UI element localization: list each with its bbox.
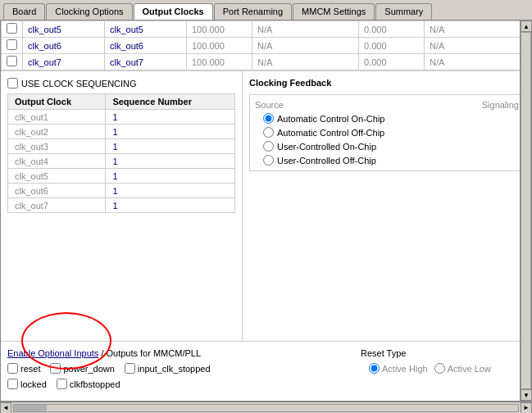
- right-panel: Clocking Feedback Source Signaling Autom…: [243, 71, 531, 341]
- row-name: clk_out7: [23, 54, 105, 70]
- row-na1: N/A: [252, 21, 359, 38]
- reset-option-active-high[interactable]: Active High: [369, 363, 428, 374]
- signaling-label: Signaling: [482, 100, 519, 110]
- row-port: clk_out7: [105, 54, 187, 70]
- clocking-feedback-title: Clocking Feedback: [249, 78, 525, 88]
- checkbox-label-locked: locked: [20, 379, 47, 389]
- vscroll-up-btn[interactable]: ▲: [521, 20, 532, 32]
- seq-row: clk_out4 1: [8, 154, 235, 169]
- seq-row: clk_out2 1: [8, 125, 235, 139]
- main-container: BoardClocking OptionsOutput ClocksPort R…: [0, 0, 532, 413]
- scroll-left-btn[interactable]: ◄: [0, 402, 11, 414]
- row-na2: N/A: [425, 38, 531, 54]
- seq-number: 1: [106, 110, 235, 125]
- feedback-radio-user-on-chip[interactable]: [263, 141, 274, 152]
- reset-type: Reset Type Active High Active Low: [361, 348, 525, 394]
- reset-radio-active-high[interactable]: [369, 363, 380, 374]
- feedback-label-auto-on-chip: Automatic Control On-Chip: [277, 114, 384, 124]
- checkbox-locked[interactable]: [7, 379, 18, 389]
- seq-number: 1: [106, 125, 235, 139]
- left-panel: USE CLOCK SEQUENCING Output Clock Sequen…: [1, 71, 243, 341]
- seq-table-container: Output Clock Sequence Number clk_out1 1 …: [7, 93, 235, 334]
- checkbox-item-input-clk-stopped[interactable]: input_clk_stopped: [125, 363, 211, 374]
- scroll-right-btn[interactable]: ►: [521, 402, 532, 414]
- seq-row: clk_out5 1: [8, 169, 235, 184]
- checkboxes-row1: reset power_down input_clk_stopped: [7, 363, 352, 374]
- feedback-label-user-off-chip: User-Controlled Off-Chip: [277, 156, 376, 166]
- checkbox-item-reset[interactable]: reset: [7, 363, 40, 374]
- row-port: clk_out5: [105, 21, 187, 38]
- reset-label-active-high: Active High: [382, 364, 428, 374]
- tab-output-clocks[interactable]: Output Clocks: [134, 3, 213, 20]
- seq-row: clk_out3 1: [8, 139, 235, 154]
- feedback-option-auto-on-chip[interactable]: Automatic Control On-Chip: [263, 113, 519, 124]
- seq-clock-name: clk_out3: [8, 139, 106, 154]
- optional-inputs: Enable Optional Inputs / Outputs for MMC…: [7, 348, 352, 394]
- seq-clock-name: clk_out7: [8, 198, 106, 213]
- use-clock-sequencing: USE CLOCK SEQUENCING: [7, 78, 235, 88]
- scrollbar-track: [13, 404, 519, 412]
- feedback-radio-user-off-chip[interactable]: [263, 155, 274, 166]
- checkbox-clkfbstopped[interactable]: [57, 379, 67, 389]
- reset-option-active-low[interactable]: Active Low: [434, 363, 491, 374]
- content-area: clk_out5 clk_out5 100.000 N/A 0.000 N/A …: [0, 20, 532, 402]
- feedback-radio-auto-off-chip[interactable]: [263, 127, 274, 138]
- row-checkbox-cell[interactable]: [2, 38, 23, 54]
- row-na2: N/A: [425, 54, 531, 70]
- seq-clock-name: clk_out5: [8, 169, 106, 184]
- seq-clock-name: clk_out6: [8, 184, 106, 198]
- table-row: clk_out5 clk_out5 100.000 N/A 0.000 N/A: [2, 21, 531, 38]
- checkbox-label-reset: reset: [20, 364, 40, 374]
- row-name: clk_out5: [23, 21, 105, 38]
- tab-summary[interactable]: Summary: [375, 3, 432, 20]
- row-freq: 100.000: [187, 38, 252, 54]
- row-freq: 100.000: [187, 54, 252, 70]
- row-checkbox-cell[interactable]: [2, 21, 23, 38]
- checkbox-item-locked[interactable]: locked: [7, 379, 47, 389]
- checkbox-label-clkfbstopped: clkfbstopped: [70, 379, 120, 389]
- middle-section: USE CLOCK SEQUENCING Output Clock Sequen…: [1, 71, 531, 341]
- row-freq: 100.000: [187, 21, 252, 38]
- checkbox-power-down[interactable]: [50, 363, 61, 374]
- use-clock-seq-label: USE CLOCK SEQUENCING: [21, 79, 137, 88]
- scrollbar-thumb[interactable]: [14, 405, 47, 411]
- checkbox-input-clk-stopped[interactable]: [125, 363, 135, 374]
- tab-mmcm-settings[interactable]: MMCM Settings: [293, 3, 375, 20]
- seq-row: clk_out1 1: [8, 110, 235, 125]
- feedback-option-user-off-chip[interactable]: User-Controlled Off-Chip: [263, 155, 519, 166]
- row-val: 0.000: [359, 21, 425, 38]
- data-table: clk_out5 clk_out5 100.000 N/A 0.000 N/A …: [1, 20, 531, 70]
- feedback-option-auto-off-chip[interactable]: Automatic Control Off-Chip: [263, 127, 519, 138]
- seq-clock-name: clk_out2: [8, 125, 106, 139]
- row-checkbox[interactable]: [7, 56, 17, 66]
- seq-row: clk_out6 1: [8, 184, 235, 198]
- checkbox-item-power-down[interactable]: power_down: [50, 363, 114, 374]
- seq-number: 1: [106, 139, 235, 154]
- reset-radios: Active High Active Low: [369, 363, 525, 374]
- feedback-radio-auto-on-chip[interactable]: [263, 113, 274, 124]
- feedback-option-user-on-chip[interactable]: User-Controlled On-Chip: [263, 141, 519, 152]
- vscroll-down-btn[interactable]: ▼: [521, 389, 532, 401]
- checkbox-item-clkfbstopped[interactable]: clkfbstopped: [57, 379, 120, 389]
- seq-number: 1: [106, 169, 235, 184]
- tab-clocking-options[interactable]: Clocking Options: [46, 3, 132, 20]
- clocking-feedback-box: Source Signaling Automatic Control On-Ch…: [249, 94, 525, 171]
- tab-board[interactable]: Board: [3, 3, 45, 20]
- tab-port-renaming[interactable]: Port Renaming: [214, 3, 292, 20]
- checkbox-label-power-down: power_down: [63, 364, 114, 374]
- seq-number: 1: [106, 184, 235, 198]
- seq-table: Output Clock Sequence Number clk_out1 1 …: [7, 93, 235, 213]
- seq-row: clk_out7 1: [8, 198, 235, 213]
- feedback-header: Source Signaling: [255, 100, 519, 110]
- optional-title: Enable Optional Inputs / Outputs for MMC…: [7, 348, 352, 358]
- row-checkbox[interactable]: [7, 23, 17, 34]
- col-output-clock: Output Clock: [8, 94, 106, 110]
- row-port: clk_out6: [105, 38, 187, 54]
- seq-number: 1: [106, 154, 235, 169]
- reset-radio-active-low[interactable]: [434, 363, 445, 374]
- checkbox-reset[interactable]: [7, 363, 18, 374]
- row-checkbox-cell[interactable]: [2, 54, 23, 70]
- use-clock-seq-checkbox[interactable]: [7, 78, 18, 88]
- row-checkbox[interactable]: [7, 39, 17, 50]
- scrollbar-area: ◄ ►: [0, 402, 532, 413]
